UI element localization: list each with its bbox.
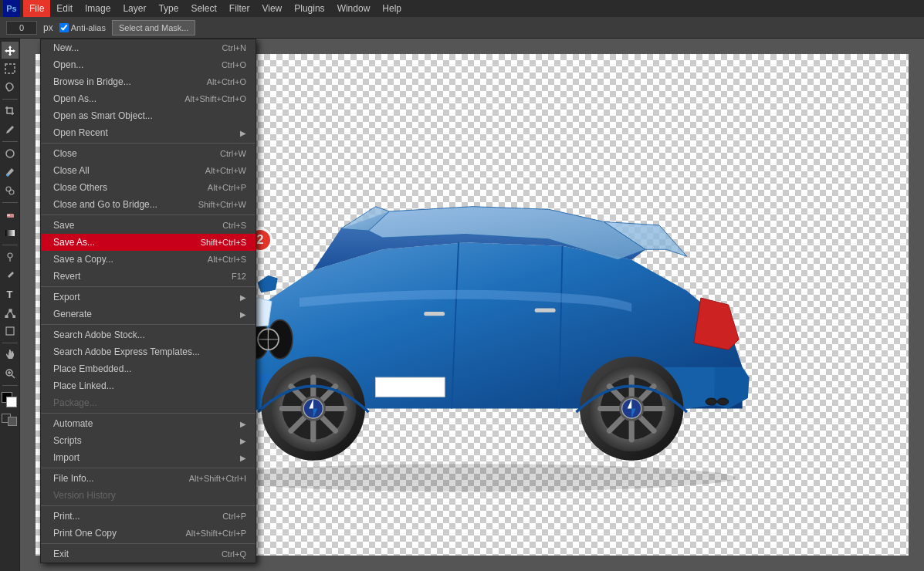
- tool-lasso[interactable]: [2, 79, 19, 96]
- menu-item-save-copy[interactable]: Save a Copy... Alt+Ctrl+S: [41, 251, 256, 268]
- select-mask-button[interactable]: Select and Mask...: [112, 20, 196, 35]
- svg-point-49: [717, 398, 728, 405]
- tool-dodge[interactable]: [2, 248, 19, 265]
- feather-input[interactable]: [6, 21, 37, 35]
- svg-point-1: [6, 150, 14, 157]
- svg-rect-12: [6, 327, 14, 335]
- menu-bar: Ps File Edit Image Layer Type Select Fil…: [0, 0, 924, 17]
- toolbar-separator-3: [2, 202, 18, 203]
- svg-rect-6: [5, 230, 15, 236]
- menu-item-open-smart-object[interactable]: Open as Smart Object...: [41, 107, 256, 124]
- anti-alias-checkbox[interactable]: [59, 23, 69, 32]
- tool-healing[interactable]: [2, 145, 19, 162]
- svg-point-2: [6, 174, 8, 177]
- svg-point-17: [209, 464, 735, 492]
- menu-separator-6: [41, 468, 256, 468]
- main-area: T: [0, 39, 924, 571]
- toolbar-separator-2: [2, 141, 18, 142]
- tool-move[interactable]: [2, 42, 19, 59]
- menu-select[interactable]: Select: [184, 0, 222, 17]
- menu-separator-1: [41, 143, 256, 144]
- menu-item-scripts[interactable]: Scripts ▶: [41, 432, 256, 449]
- menu-file[interactable]: File: [23, 0, 50, 17]
- svg-rect-0: [5, 64, 15, 73]
- menu-item-print[interactable]: Print... Ctrl+P: [41, 508, 256, 525]
- menu-item-open-recent[interactable]: Open Recent ▶: [41, 124, 256, 141]
- tool-crop[interactable]: [2, 103, 19, 120]
- toolbar-separator-6: [2, 385, 18, 386]
- menu-item-open-as[interactable]: Open As... Alt+Shift+Ctrl+O: [41, 90, 256, 107]
- menu-item-close[interactable]: Close Ctrl+W: [41, 145, 256, 162]
- svg-rect-21: [534, 308, 555, 312]
- quick-mask-mode[interactable]: [8, 417, 17, 426]
- menu-item-exit[interactable]: Exit Ctrl+Q: [41, 546, 256, 563]
- menu-item-export[interactable]: Export ▶: [41, 289, 256, 306]
- tool-pen[interactable]: [2, 267, 19, 284]
- tool-zoom[interactable]: [2, 365, 19, 382]
- menu-plugins[interactable]: Plugins: [288, 0, 330, 17]
- menu-help[interactable]: Help: [376, 0, 408, 17]
- menu-item-save[interactable]: Save Ctrl+S: [41, 217, 256, 234]
- menu-item-automate[interactable]: Automate ▶: [41, 415, 256, 432]
- svg-rect-10: [9, 309, 12, 312]
- menu-separator-2: [41, 215, 256, 215]
- menu-item-search-stock[interactable]: Search Adobe Stock...: [41, 326, 256, 343]
- tool-path[interactable]: [2, 304, 19, 321]
- svg-point-7: [8, 253, 12, 258]
- svg-rect-11: [13, 316, 15, 318]
- menu-item-search-express[interactable]: Search Adobe Express Templates...: [41, 343, 256, 360]
- menu-filter[interactable]: Filter: [223, 0, 256, 17]
- menu-item-save-as[interactable]: Save As... Shift+Ctrl+S: [41, 234, 256, 251]
- menu-item-file-info[interactable]: File Info... Alt+Shift+Ctrl+I: [41, 470, 256, 487]
- tool-hand[interactable]: [2, 346, 19, 363]
- background-color[interactable]: [6, 397, 17, 407]
- tool-clone[interactable]: [2, 182, 19, 199]
- tool-selection[interactable]: [2, 60, 19, 77]
- tool-shape[interactable]: [2, 323, 19, 340]
- canvas-area: New... Ctrl+N Open... Ctrl+O Browse in B…: [20, 39, 924, 571]
- menu-item-revert[interactable]: Revert F12: [41, 268, 256, 285]
- menu-item-generate[interactable]: Generate ▶: [41, 306, 256, 323]
- file-menu-panel: New... Ctrl+N Open... Ctrl+O Browse in B…: [40, 39, 256, 563]
- menu-type[interactable]: Type: [152, 0, 184, 17]
- menu-item-close-all[interactable]: Close All Alt+Ctrl+W: [41, 162, 256, 179]
- svg-rect-46: [375, 377, 445, 397]
- svg-rect-9: [5, 316, 8, 318]
- tool-text[interactable]: T: [2, 286, 19, 302]
- file-dropdown: New... Ctrl+N Open... Ctrl+O Browse in B…: [40, 39, 256, 563]
- menu-item-import[interactable]: Import ▶: [41, 449, 256, 466]
- tool-brush[interactable]: [2, 164, 19, 181]
- menu-item-close-go-bridge[interactable]: Close and Go to Bridge... Shift+Ctrl+W: [41, 196, 256, 213]
- ps-logo: Ps: [3, 0, 20, 17]
- menu-image[interactable]: Image: [79, 0, 117, 17]
- anti-alias-label[interactable]: Anti-alias: [59, 23, 106, 32]
- menu-item-close-others[interactable]: Close Others Alt+Ctrl+P: [41, 179, 256, 196]
- tool-eraser[interactable]: [2, 206, 19, 223]
- tool-gradient[interactable]: [2, 225, 19, 242]
- svg-point-4: [9, 190, 14, 194]
- color-swatches[interactable]: [2, 392, 19, 409]
- menu-window[interactable]: Window: [331, 0, 377, 17]
- menu-view[interactable]: View: [256, 0, 288, 17]
- menu-item-new[interactable]: New... Ctrl+N: [41, 39, 256, 56]
- menu-edit[interactable]: Edit: [50, 0, 79, 17]
- menu-item-print-one-copy[interactable]: Print One Copy Alt+Shift+Ctrl+P: [41, 525, 256, 542]
- menu-item-browse-bridge[interactable]: Browse in Bridge... Alt+Ctrl+O: [41, 73, 256, 90]
- mode-icons: [2, 414, 19, 426]
- options-bar: px Anti-alias Select and Mask...: [0, 17, 924, 39]
- menu-item-place-linked[interactable]: Place Linked...: [41, 377, 256, 394]
- menu-item-open[interactable]: Open... Ctrl+O: [41, 56, 256, 73]
- menu-item-place-embedded[interactable]: Place Embedded...: [41, 360, 256, 377]
- menu-item-package: Package...: [41, 394, 256, 411]
- left-toolbar: T: [0, 39, 20, 571]
- menu-separator-7: [41, 505, 256, 506]
- menu-layer[interactable]: Layer: [117, 0, 152, 17]
- toolbar-separator-1: [2, 99, 18, 100]
- svg-rect-20: [424, 312, 445, 316]
- menu-separator-4: [41, 324, 256, 325]
- tool-eyedropper[interactable]: [2, 121, 19, 138]
- feather-unit: px: [43, 22, 53, 33]
- toolbar-separator-4: [2, 245, 18, 245]
- svg-point-48: [706, 398, 716, 405]
- menu-item-version-history: Version History: [41, 487, 256, 504]
